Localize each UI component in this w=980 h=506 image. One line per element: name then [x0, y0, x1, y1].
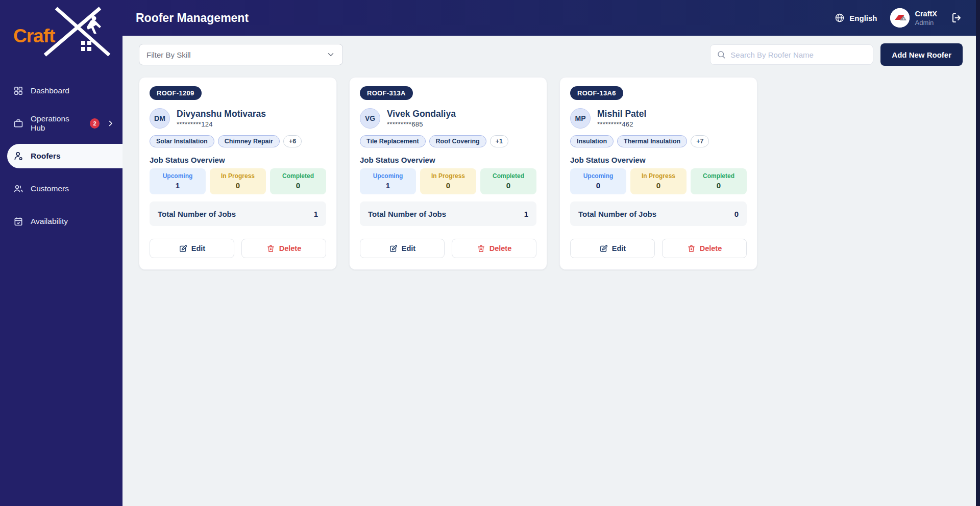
skill-chip: Thermal Insulation — [617, 135, 687, 147]
completed-value: 0 — [270, 181, 326, 190]
scrollbar[interactable] — [976, 0, 980, 506]
total-jobs-value: 1 — [314, 210, 318, 218]
edit-label: Edit — [402, 244, 415, 252]
skill-chips: Tile Replacement Roof Covering +1 — [360, 135, 536, 147]
user-role: Admin — [915, 19, 937, 27]
sidebar-item-operations-hub[interactable]: Operations Hub 2 — [0, 111, 122, 136]
sidebar-item-label: Customers — [31, 184, 69, 193]
briefcase-icon — [13, 118, 23, 129]
upcoming-label: Upcoming — [150, 172, 206, 180]
job-status-row: Upcoming 1 In Progress 0 Completed 0 — [150, 168, 326, 194]
in-progress-value: 0 — [420, 181, 476, 190]
add-new-roofer-button[interactable]: Add New Roofer — [880, 43, 963, 66]
edit-label: Edit — [612, 244, 626, 252]
roofer-id-badge: ROOF-313A — [360, 86, 413, 100]
sidebar: Craft Dashboard Operations Hub 2 — [0, 0, 122, 506]
completed-label: Completed — [691, 172, 747, 180]
card-actions: Edit Delete — [570, 239, 747, 258]
extra-skills-chip[interactable]: +7 — [691, 135, 709, 147]
completed-stat: Completed 0 — [270, 168, 326, 194]
edit-button[interactable]: Edit — [150, 239, 234, 258]
job-status-title: Job Status Overview — [150, 156, 326, 164]
delete-button[interactable]: Delete — [662, 239, 747, 258]
in-progress-label: In Progress — [630, 172, 687, 180]
in-progress-label: In Progress — [210, 172, 266, 180]
total-jobs-row: Total Number of Jobs 1 — [360, 201, 536, 226]
notification-badge: 2 — [90, 118, 100, 129]
edit-pencil-icon — [179, 244, 187, 253]
in-progress-stat: In Progress 0 — [420, 168, 476, 194]
job-status-title: Job Status Overview — [360, 156, 536, 164]
roofer-name: Divyanshu Motivaras — [177, 109, 266, 119]
extra-skills-chip[interactable]: +6 — [283, 135, 302, 147]
roofer-phone: *********124 — [177, 120, 266, 128]
search-icon — [717, 50, 726, 59]
extra-skills-chip[interactable]: +1 — [490, 135, 508, 147]
edit-button[interactable]: Edit — [570, 239, 655, 258]
toolbar-right: Add New Roofer — [710, 43, 963, 66]
delete-label: Delete — [279, 244, 302, 252]
sidebar-nav: Dashboard Operations Hub 2 — [0, 79, 122, 234]
skill-chip: Roof Covering — [429, 135, 486, 147]
sidebar-item-customers[interactable]: Customers — [0, 176, 122, 201]
roofer-name: Vivek Gondaliya — [387, 109, 456, 119]
delete-button[interactable]: Delete — [241, 239, 326, 258]
roofer-card: ROOF-1209 DM Divyanshu Motivaras *******… — [139, 77, 337, 270]
upcoming-value: 1 — [360, 181, 416, 190]
edit-pencil-icon — [599, 244, 608, 253]
in-progress-stat: In Progress 0 — [630, 168, 687, 194]
logo-window-grid — [81, 41, 91, 51]
total-jobs-row: Total Number of Jobs 1 — [150, 201, 326, 226]
upcoming-value: 1 — [150, 181, 206, 190]
sidebar-item-availability[interactable]: Availability — [0, 209, 122, 234]
filter-by-skill-select[interactable]: Filter By Skill — [139, 44, 343, 65]
customers-people-icon — [13, 184, 23, 194]
delete-label: Delete — [489, 244, 512, 252]
total-jobs-label: Total Number of Jobs — [368, 210, 446, 218]
edit-pencil-icon — [389, 244, 398, 253]
filter-placeholder: Filter By Skill — [146, 50, 191, 59]
roofer-profile: DM Divyanshu Motivaras *********124 — [150, 108, 326, 129]
roofer-phone: *********462 — [597, 120, 646, 128]
roofer-avatar: DM — [150, 108, 170, 129]
craftx-logo: Craft — [9, 6, 111, 57]
roofer-id-badge: ROOF-13A6 — [570, 86, 623, 100]
completed-stat: Completed 0 — [691, 168, 747, 194]
roofer-profile: VG Vivek Gondaliya *********685 — [360, 108, 536, 129]
roofer-card: ROOF-13A6 MP Mishil Patel *********462 I… — [559, 77, 757, 270]
search-input[interactable] — [730, 50, 867, 59]
upcoming-stat: Upcoming 1 — [150, 168, 206, 194]
delete-button[interactable]: Delete — [452, 239, 536, 258]
roofer-profile: MP Mishil Patel *********462 — [570, 108, 747, 129]
language-selector[interactable]: English — [835, 13, 877, 23]
roofer-id-badge: ROOF-1209 — [150, 86, 202, 100]
completed-label: Completed — [270, 172, 326, 180]
edit-button[interactable]: Edit — [360, 239, 445, 258]
language-label: English — [849, 14, 877, 22]
roofer-name: Mishil Patel — [597, 109, 646, 119]
roofer-person-icon — [13, 151, 23, 161]
user-name: CraftX — [915, 9, 937, 18]
in-progress-value: 0 — [210, 181, 266, 190]
user-menu[interactable]: CraftX Admin — [890, 8, 937, 28]
skill-chips: Solar Installation Chimney Repair +6 — [150, 135, 326, 147]
chevron-right-icon — [107, 119, 114, 128]
logout-icon[interactable] — [950, 12, 963, 24]
sidebar-item-roofers[interactable]: Roofers — [7, 144, 122, 168]
total-jobs-row: Total Number of Jobs 0 — [570, 201, 747, 226]
total-jobs-value: 0 — [734, 210, 739, 218]
completed-label: Completed — [480, 172, 536, 180]
sidebar-item-dashboard[interactable]: Dashboard — [0, 79, 122, 103]
edit-label: Edit — [191, 244, 205, 252]
trash-icon — [687, 244, 696, 253]
avatar — [890, 8, 910, 28]
upcoming-stat: Upcoming 0 — [570, 168, 626, 194]
roofer-avatar: MP — [570, 108, 591, 129]
job-status-row: Upcoming 1 In Progress 0 Completed 0 — [360, 168, 536, 194]
calendar-check-icon — [13, 216, 23, 226]
globe-icon — [835, 13, 845, 23]
chevron-down-icon — [326, 50, 335, 59]
skill-chip: Solar Installation — [150, 135, 214, 147]
trash-icon — [266, 244, 275, 253]
roofer-phone: *********685 — [387, 120, 456, 128]
